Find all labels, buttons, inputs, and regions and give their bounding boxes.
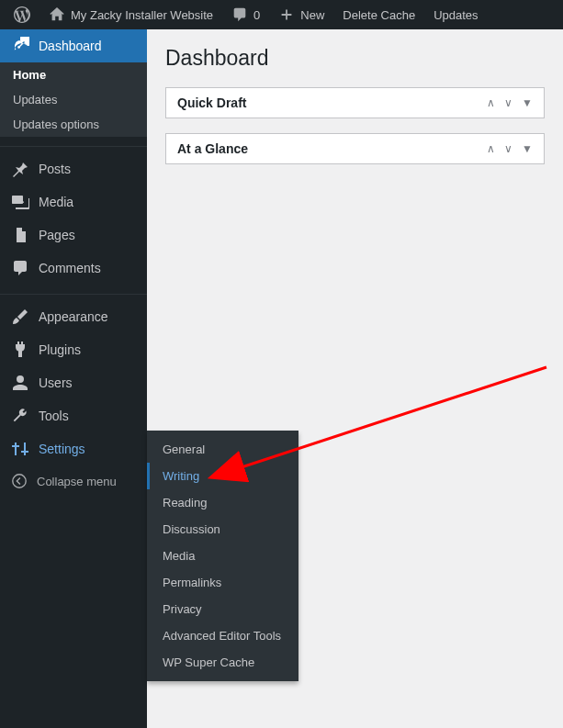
menu-comments[interactable]: Comments xyxy=(0,252,147,285)
brush-icon xyxy=(11,308,29,326)
menu-tools[interactable]: Tools xyxy=(0,399,147,432)
sliders-icon xyxy=(11,440,29,458)
menu-pages[interactable]: Pages xyxy=(0,218,147,252)
page-icon xyxy=(11,226,29,244)
menu-posts[interactable]: Posts xyxy=(0,152,147,185)
menu-label: Pages xyxy=(39,228,75,242)
postbox-title: Quick Draft xyxy=(177,95,246,110)
menu-settings[interactable]: Settings xyxy=(0,432,147,465)
menu-label: Settings xyxy=(39,442,85,456)
toggle-icon[interactable]: ▼ xyxy=(522,142,533,155)
menu-label: Users xyxy=(39,375,73,390)
plus-icon xyxy=(278,6,295,23)
move-down-icon[interactable]: ∨ xyxy=(504,96,512,109)
wordpress-icon xyxy=(14,6,30,23)
wp-logo[interactable] xyxy=(7,0,37,29)
menu-appearance[interactable]: Appearance xyxy=(0,300,147,333)
move-up-icon[interactable]: ∧ xyxy=(487,96,495,109)
menu-dashboard[interactable]: Dashboard xyxy=(0,29,147,62)
settings-wp-super-cache[interactable]: WP Super Cache xyxy=(147,649,298,676)
dashboard-submenu: Home Updates Updates options xyxy=(0,62,147,137)
collapse-icon xyxy=(11,473,28,489)
site-link[interactable]: My Zacky Installer Website xyxy=(42,0,220,29)
home-icon xyxy=(49,6,65,23)
svg-point-0 xyxy=(13,475,26,487)
comments-link[interactable]: 0 xyxy=(225,0,266,29)
settings-permalinks[interactable]: Permalinks xyxy=(147,569,298,596)
menu-separator xyxy=(0,290,147,295)
menu-label: Appearance xyxy=(39,309,108,324)
postbox-controls: ∧ ∨ ▼ xyxy=(487,96,533,109)
media-icon xyxy=(11,193,29,211)
menu-media[interactable]: Media xyxy=(0,185,147,218)
settings-advanced-editor-tools[interactable]: Advanced Editor Tools xyxy=(147,622,298,649)
submenu-home[interactable]: Home xyxy=(0,62,147,87)
menu-label: Comments xyxy=(39,261,101,275)
admin-toolbar: My Zacky Installer Website 0 New Delete … xyxy=(0,0,563,29)
menu-plugins[interactable]: Plugins xyxy=(0,333,147,366)
menu-label: Plugins xyxy=(39,342,81,357)
admin-sidebar: Dashboard Home Updates Updates options P… xyxy=(0,29,147,728)
postbox-title: At a Glance xyxy=(177,141,248,156)
submenu-updates[interactable]: Updates xyxy=(0,87,147,112)
postbox-quick-draft: Quick Draft ∧ ∨ ▼ xyxy=(165,87,545,118)
dashboard-icon xyxy=(11,37,29,55)
menu-separator xyxy=(0,142,147,147)
menu-label: Posts xyxy=(39,162,71,176)
new-content[interactable]: New xyxy=(272,0,331,29)
menu-label: Tools xyxy=(39,409,69,423)
move-down-icon[interactable]: ∨ xyxy=(504,142,512,155)
comments-icon xyxy=(11,259,29,277)
site-name: My Zacky Installer Website xyxy=(71,8,213,22)
delete-cache-link[interactable]: Delete Cache xyxy=(336,0,422,29)
settings-general[interactable]: General xyxy=(147,436,298,463)
settings-media[interactable]: Media xyxy=(147,543,298,569)
settings-privacy[interactable]: Privacy xyxy=(147,596,298,622)
settings-flyout: General Writing Reading Discussion Media… xyxy=(147,431,298,681)
pin-icon xyxy=(11,160,29,178)
page-title: Dashboard xyxy=(165,46,545,71)
settings-writing[interactable]: Writing xyxy=(147,463,298,489)
menu-label: Media xyxy=(39,195,73,209)
wrench-icon xyxy=(11,407,29,425)
submenu-updates-options[interactable]: Updates options xyxy=(0,112,147,137)
comments-count: 0 xyxy=(253,8,260,22)
menu-users[interactable]: Users xyxy=(0,366,147,399)
new-label: New xyxy=(300,8,324,22)
settings-reading[interactable]: Reading xyxy=(147,489,298,516)
move-up-icon[interactable]: ∧ xyxy=(487,142,495,155)
plug-icon xyxy=(11,341,29,359)
toggle-icon[interactable]: ▼ xyxy=(522,96,533,109)
postbox-at-a-glance: At a Glance ∧ ∨ ▼ xyxy=(165,133,545,164)
collapse-menu[interactable]: Collapse menu xyxy=(0,465,147,497)
settings-discussion[interactable]: Discussion xyxy=(147,516,298,543)
updates-link[interactable]: Updates xyxy=(427,0,484,29)
user-icon xyxy=(11,374,29,392)
menu-label: Dashboard xyxy=(39,39,102,53)
comment-icon xyxy=(231,6,248,23)
postbox-controls: ∧ ∨ ▼ xyxy=(487,142,533,155)
collapse-label: Collapse menu xyxy=(37,475,117,488)
